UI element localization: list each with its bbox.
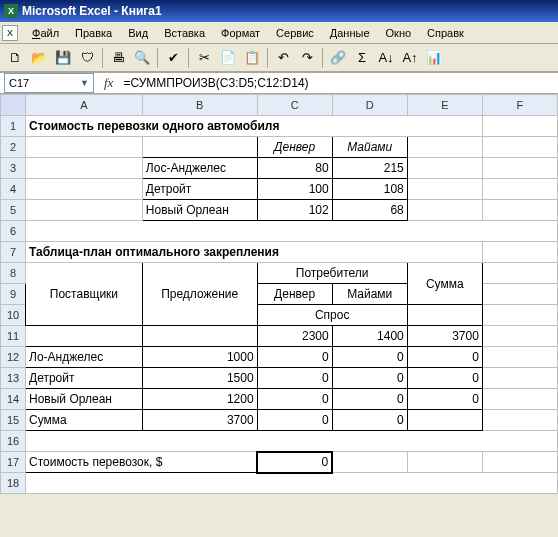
cell-E10[interactable] [407, 305, 482, 326]
col-header-A[interactable]: A [26, 95, 143, 116]
cell-F11[interactable] [482, 326, 557, 347]
row-header-15[interactable]: 15 [1, 410, 26, 431]
row-header-5[interactable]: 5 [1, 200, 26, 221]
cell-F13[interactable] [482, 368, 557, 389]
cell-D15[interactable]: 0 [332, 410, 407, 431]
cell-A2[interactable] [26, 137, 143, 158]
cell-E11[interactable]: 3700 [407, 326, 482, 347]
col-header-C[interactable]: C [257, 95, 332, 116]
cell-E4[interactable] [407, 179, 482, 200]
menu-window[interactable]: Окно [378, 25, 420, 41]
cell-D3[interactable]: 215 [332, 158, 407, 179]
copy-icon[interactable]: 📄 [217, 47, 239, 69]
col-header-D[interactable]: D [332, 95, 407, 116]
cell-D9[interactable]: Майами [332, 284, 407, 305]
row-header-16[interactable]: 16 [1, 431, 26, 452]
menu-insert[interactable]: Вставка [156, 25, 213, 41]
cell-E15[interactable] [407, 410, 482, 431]
col-header-E[interactable]: E [407, 95, 482, 116]
cell-E17[interactable] [407, 452, 482, 473]
cell-F17[interactable] [482, 452, 557, 473]
cell-A13[interactable]: Детройт [26, 368, 143, 389]
cell-D11[interactable]: 1400 [332, 326, 407, 347]
row-header-18[interactable]: 18 [1, 473, 26, 494]
undo-icon[interactable]: ↶ [272, 47, 294, 69]
cell-E12[interactable]: 0 [407, 347, 482, 368]
cell-D17[interactable] [332, 452, 407, 473]
cell-F15[interactable] [482, 410, 557, 431]
menu-format[interactable]: Формат [213, 25, 268, 41]
paste-icon[interactable]: 📋 [241, 47, 263, 69]
fx-icon[interactable]: fx [98, 75, 119, 91]
cell-F12[interactable] [482, 347, 557, 368]
cell-D4[interactable]: 108 [332, 179, 407, 200]
cell-A15[interactable]: Сумма [26, 410, 143, 431]
sort-desc-icon[interactable]: A↑ [399, 47, 421, 69]
cell-F9[interactable] [482, 284, 557, 305]
name-box[interactable]: C17 ▼ [4, 73, 94, 93]
preview-icon[interactable]: 🔍 [131, 47, 153, 69]
menu-tools[interactable]: Сервис [268, 25, 322, 41]
row-header-12[interactable]: 12 [1, 347, 26, 368]
row-header-7[interactable]: 7 [1, 242, 26, 263]
cell-E2[interactable] [407, 137, 482, 158]
worksheet[interactable]: A B C D E F 1 Стоимость перевозки одного… [0, 94, 558, 494]
cell-C10[interactable]: Спрос [257, 305, 407, 326]
cell-F14[interactable] [482, 389, 557, 410]
cell-F1[interactable] [482, 116, 557, 137]
cell-C13[interactable]: 0 [257, 368, 332, 389]
redo-icon[interactable]: ↷ [296, 47, 318, 69]
row-header-3[interactable]: 3 [1, 158, 26, 179]
row-header-1[interactable]: 1 [1, 116, 26, 137]
cell-B12[interactable]: 1000 [142, 347, 257, 368]
menu-view[interactable]: Вид [120, 25, 156, 41]
cell-B2[interactable] [142, 137, 257, 158]
cell-A8[interactable]: Поставщики [26, 263, 143, 326]
cell-C15[interactable]: 0 [257, 410, 332, 431]
sum-icon[interactable]: Σ [351, 47, 373, 69]
cell-F2[interactable] [482, 137, 557, 158]
row-header-10[interactable]: 10 [1, 305, 26, 326]
cell-E5[interactable] [407, 200, 482, 221]
cell-A4[interactable] [26, 179, 143, 200]
menu-edit[interactable]: Правка [67, 25, 120, 41]
cell-C11[interactable]: 2300 [257, 326, 332, 347]
cell-B13[interactable]: 1500 [142, 368, 257, 389]
new-icon[interactable]: 🗋 [4, 47, 26, 69]
cell-A5[interactable] [26, 200, 143, 221]
cell-D13[interactable]: 0 [332, 368, 407, 389]
cell-A3[interactable] [26, 158, 143, 179]
cell-A17[interactable]: Стоимость перевозок, $ [26, 452, 258, 473]
cell-B15[interactable]: 3700 [142, 410, 257, 431]
link-icon[interactable]: 🔗 [327, 47, 349, 69]
chevron-down-icon[interactable]: ▼ [80, 78, 89, 88]
cell-E13[interactable]: 0 [407, 368, 482, 389]
permission-icon[interactable]: 🛡 [76, 47, 98, 69]
cell-D5[interactable]: 68 [332, 200, 407, 221]
cell-F5[interactable] [482, 200, 557, 221]
cell-C3[interactable]: 80 [257, 158, 332, 179]
col-header-F[interactable]: F [482, 95, 557, 116]
cell-C5[interactable]: 102 [257, 200, 332, 221]
cell-B8[interactable]: Предложение [142, 263, 257, 326]
row-header-6[interactable]: 6 [1, 221, 26, 242]
cell-A16[interactable] [26, 431, 558, 452]
row-header-11[interactable]: 11 [1, 326, 26, 347]
col-header-B[interactable]: B [142, 95, 257, 116]
cell-D14[interactable]: 0 [332, 389, 407, 410]
chart-icon[interactable]: 📊 [423, 47, 445, 69]
cell-F10[interactable] [482, 305, 557, 326]
cell-F4[interactable] [482, 179, 557, 200]
cell-B5[interactable]: Новый Орлеан [142, 200, 257, 221]
row-header-13[interactable]: 13 [1, 368, 26, 389]
formula-input[interactable] [119, 76, 558, 90]
cell-C2[interactable]: Денвер [257, 137, 332, 158]
row-header-8[interactable]: 8 [1, 263, 26, 284]
cell-F8[interactable] [482, 263, 557, 284]
cell-C12[interactable]: 0 [257, 347, 332, 368]
cell-C14[interactable]: 0 [257, 389, 332, 410]
row-header-14[interactable]: 14 [1, 389, 26, 410]
cell-C8[interactable]: Потребители [257, 263, 407, 284]
cell-E8[interactable]: Сумма [407, 263, 482, 305]
cell-C17[interactable]: 0 [257, 452, 332, 473]
